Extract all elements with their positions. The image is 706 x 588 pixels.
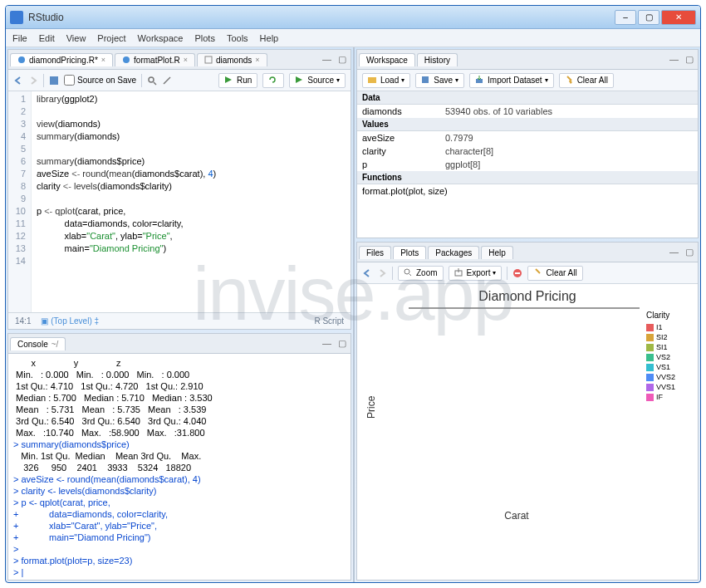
menu-project[interactable]: Project [97, 33, 125, 43]
svg-point-4 [149, 77, 154, 82]
tab-close-icon[interactable]: × [101, 56, 105, 64]
tab-label: Files [366, 248, 384, 257]
tab-files[interactable]: Files [359, 246, 391, 259]
tab-formatplot[interactable]: formatPlot.R × [115, 53, 195, 66]
menu-view[interactable]: View [66, 33, 86, 43]
import-dataset-button[interactable]: Import Dataset▾ [469, 73, 554, 88]
legend-item: I1 [646, 323, 689, 331]
folder-icon [368, 76, 378, 86]
menu-tools[interactable]: Tools [227, 33, 248, 43]
zoom-button[interactable]: Zoom [398, 266, 444, 281]
tab-close-icon[interactable]: × [255, 56, 259, 64]
main-area: diamondPricing.R* × formatPlot.R × diamo… [6, 47, 700, 582]
titlebar: RStudio – ▢ ✕ [6, 6, 700, 29]
svg-point-1 [123, 56, 130, 63]
scope-indicator[interactable]: ▣ (Top Level) ‡ [41, 316, 99, 326]
export-button[interactable]: Export▾ [449, 266, 503, 281]
svg-line-5 [154, 82, 156, 85]
wand-icon[interactable] [162, 76, 172, 86]
find-icon[interactable] [147, 76, 157, 86]
save-button[interactable]: Save▾ [415, 73, 464, 88]
plots-toolbar: Zoom Export▾ Clear All [357, 262, 698, 284]
plot-canvas: 5000 10000 15000 1 2 3 [409, 307, 640, 309]
save-icon[interactable] [49, 76, 59, 86]
tab-workspace[interactable]: Workspace [359, 53, 415, 66]
svg-rect-7 [368, 77, 376, 83]
env-row[interactable]: aveSize0.7979 [357, 131, 698, 145]
tab-history[interactable]: History [417, 53, 458, 66]
clear-plots-button[interactable]: Clear All [527, 266, 582, 281]
menubar: File Edit View Project Workspace Plots T… [6, 29, 700, 47]
source-on-save-checkbox[interactable]: Source on Save [64, 75, 136, 86]
close-button[interactable]: ✕ [661, 10, 696, 25]
tab-diamondpricing[interactable]: diamondPricing.R* × [10, 53, 113, 66]
maximize-pane-icon[interactable]: ▢ [683, 247, 696, 257]
tab-label: Workspace [366, 56, 408, 65]
tab-console[interactable]: Console ~/ [10, 337, 66, 350]
console-tabs: Console ~/ — ▢ [8, 334, 351, 354]
cursor-position: 14:1 [15, 316, 31, 326]
pane-controls: — ▢ [667, 247, 696, 257]
broom-icon [565, 76, 575, 86]
run-button[interactable]: Run [218, 73, 257, 88]
code-content[interactable]: library(ggplot2) view(diamonds)summary(d… [32, 91, 351, 312]
r-file-icon [122, 56, 130, 64]
source-tabs: diamondPricing.R* × formatPlot.R × diamo… [8, 50, 351, 70]
forward-icon[interactable] [28, 76, 38, 86]
menu-edit[interactable]: Edit [39, 33, 55, 43]
tab-label: Packages [435, 248, 472, 257]
dropdown-icon: ▾ [336, 76, 340, 84]
prev-plot-icon[interactable] [362, 268, 372, 278]
menu-file[interactable]: File [12, 33, 27, 43]
tab-label: Console [17, 340, 48, 349]
source-statusbar: 14:1 ▣ (Top Level) ‡ R Script [8, 312, 351, 329]
tab-help[interactable]: Help [481, 246, 513, 259]
clear-all-button[interactable]: Clear All [559, 73, 614, 88]
r-file-icon [17, 56, 26, 64]
load-button[interactable]: Load▾ [362, 73, 410, 88]
env-section-header: Functions [357, 171, 698, 184]
minimize-button[interactable]: – [615, 10, 636, 25]
tab-label: diamondPricing.R* [29, 56, 98, 65]
svg-rect-3 [50, 76, 58, 85]
next-plot-icon[interactable] [377, 268, 387, 278]
run-icon [224, 76, 234, 86]
env-row[interactable]: claritycharacter[8] [357, 145, 698, 158]
plot-title: Diamond Pricing [362, 289, 693, 304]
tab-plots[interactable]: Plots [393, 246, 426, 259]
rerun-button[interactable] [262, 73, 284, 88]
maximize-pane-icon[interactable]: ▢ [336, 338, 349, 349]
legend-item: SI1 [646, 343, 689, 351]
svg-rect-8 [422, 76, 429, 83]
source-on-save-input[interactable] [64, 75, 75, 86]
menu-plots[interactable]: Plots [194, 33, 214, 43]
x-axis-label: Carat [390, 510, 643, 522]
back-icon[interactable] [13, 76, 23, 86]
app-window: RStudio – ▢ ✕ File Edit View Project Wor… [5, 5, 701, 583]
maximize-button[interactable]: ▢ [638, 10, 659, 25]
tab-packages[interactable]: Packages [428, 246, 479, 259]
env-row[interactable]: pggplot[8] [357, 158, 698, 171]
env-row[interactable]: format.plot(plot, size) [357, 184, 698, 198]
maximize-pane-icon[interactable]: ▢ [336, 54, 349, 65]
minimize-pane-icon[interactable]: — [320, 338, 334, 349]
console-output[interactable]: x y z Min. : 0.000 Min. : 0.000 Min. : 0… [8, 354, 351, 580]
tab-diamonds-data[interactable]: diamonds × [197, 53, 267, 66]
code-editor[interactable]: 1234567891011121314 library(ggplot2) vie… [8, 91, 351, 312]
tab-label: diamonds [216, 56, 252, 65]
env-section-header: Values [357, 118, 698, 131]
tab-label: Plots [400, 248, 419, 257]
table-icon [204, 56, 213, 64]
menu-workspace[interactable]: Workspace [138, 33, 184, 43]
minimize-pane-icon[interactable]: — [667, 54, 681, 65]
maximize-pane-icon[interactable]: ▢ [683, 54, 696, 65]
env-row[interactable]: diamonds53940 obs. of 10 variables [357, 105, 698, 118]
source-button[interactable]: Source▾ [289, 73, 346, 88]
minimize-pane-icon[interactable]: — [667, 247, 681, 257]
minimize-pane-icon[interactable]: — [320, 54, 334, 65]
disk-icon [421, 76, 431, 86]
remove-plot-icon[interactable] [512, 268, 522, 278]
svg-rect-2 [205, 56, 212, 63]
tab-close-icon[interactable]: × [184, 56, 188, 64]
menu-help[interactable]: Help [260, 33, 279, 43]
